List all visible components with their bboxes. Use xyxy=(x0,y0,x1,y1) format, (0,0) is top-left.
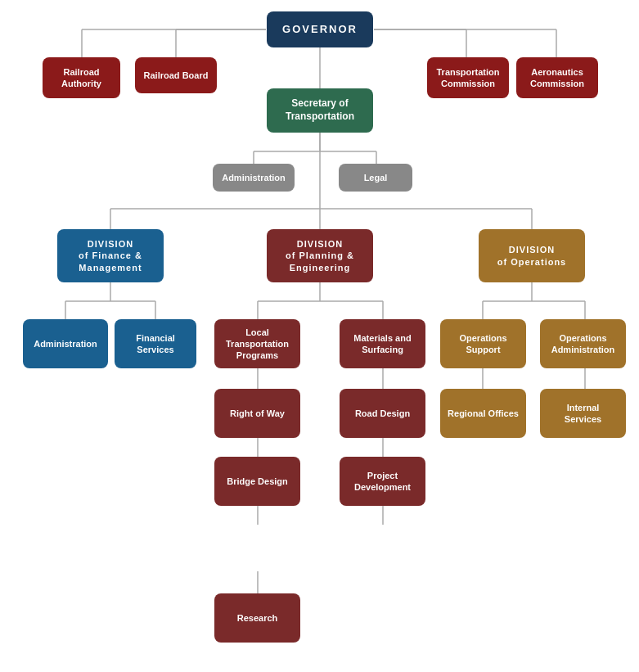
admin-sub-node: Administration xyxy=(23,319,108,368)
bridge-design-node: Bridge Design xyxy=(214,457,300,506)
operations-support-node: Operations Support xyxy=(440,319,526,368)
governor-node: GOVERNOR xyxy=(267,11,373,47)
railroad-authority-node: Railroad Authority xyxy=(43,57,120,98)
transportation-commission-node: Transportation Commission xyxy=(427,57,509,98)
internal-services-node: Internal Services xyxy=(540,389,626,438)
materials-surfacing-node: Materials and Surfacing xyxy=(340,319,425,368)
aeronautics-commission-node: Aeronautics Commission xyxy=(516,57,598,98)
local-transport-node: Local Transportation Programs xyxy=(214,319,300,368)
division-finance-node: DIVISION of Finance & Management xyxy=(57,229,164,282)
legal-node: Legal xyxy=(339,164,412,192)
division-planning-node: DIVISION of Planning & Engineering xyxy=(267,229,373,282)
org-chart: GOVERNOR Railroad Authority Railroad Boa… xyxy=(0,0,639,41)
regional-offices-node: Regional Offices xyxy=(440,389,526,438)
railroad-board-node: Railroad Board xyxy=(135,57,217,93)
road-design-node: Road Design xyxy=(340,389,425,438)
right-of-way-node: Right of Way xyxy=(214,389,300,438)
division-operations-node: DIVISION of Operations xyxy=(479,229,585,282)
financial-services-node: Financial Services xyxy=(115,319,196,368)
operations-admin-node: Operations Administration xyxy=(540,319,626,368)
secretary-node: Secretary of Transportation xyxy=(267,88,373,133)
research-node: Research xyxy=(214,593,300,643)
project-development-node: Project Development xyxy=(340,457,425,506)
administration-staff-node: Administration xyxy=(213,164,295,192)
